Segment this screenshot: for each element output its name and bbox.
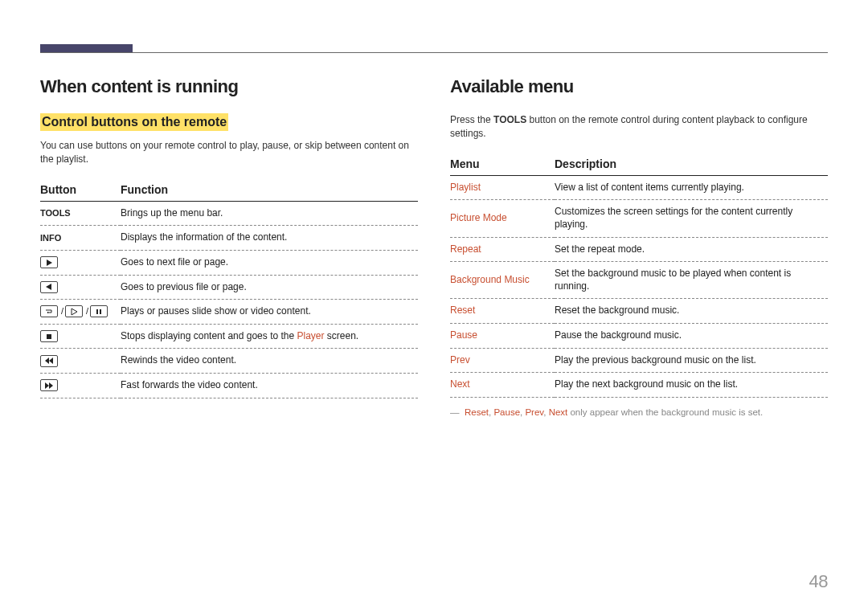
table-row: TOOLSBrings up the menu bar. [40, 201, 418, 226]
button-cell [40, 373, 121, 398]
stop-icon [40, 330, 58, 342]
right-intro: Press the TOOLS button on the remote con… [450, 113, 828, 141]
table-row: INFODisplays the information of the cont… [40, 226, 418, 251]
svg-marker-2 [72, 309, 77, 315]
note-reset: Reset [465, 407, 489, 417]
note-dash: ― [450, 406, 465, 419]
function-cell: Fast forwards the video content. [121, 373, 418, 398]
description-cell: Reset the background music. [555, 299, 828, 324]
menu-cell: Pause [450, 323, 555, 348]
description-cell: Pause the background music. [555, 323, 828, 348]
table-row: Goes to previous file or page. [40, 275, 418, 300]
description-cell: View a list of content items currently p… [555, 175, 828, 200]
menu-cell: Background Music [450, 262, 555, 299]
function-cell: Rewinds the video content. [121, 349, 418, 374]
description-cell: Set the background music to be played wh… [555, 262, 828, 299]
play-outline-icon [65, 305, 83, 317]
button-cell [40, 349, 121, 374]
th-menu: Menu [450, 153, 555, 176]
header-rule [40, 52, 828, 53]
table-row: Picture ModeCustomizes the screen settin… [450, 200, 828, 237]
table-row: Goes to next file or page. [40, 250, 418, 275]
th-function: Function [121, 178, 418, 202]
table-row: ResetReset the background music. [450, 299, 828, 324]
table-row: Fast forwards the video content. [40, 373, 418, 398]
table-row: //Plays or pauses slide show or video co… [40, 300, 418, 325]
table-row: Rewinds the video content. [40, 349, 418, 374]
right-heading: Available menu [450, 76, 828, 97]
left-heading: When content is running [40, 76, 418, 97]
menu-cell: Reset [450, 299, 555, 324]
header-accent-bar [40, 44, 133, 52]
right-column: Available menu Press the TOOLS button on… [450, 76, 828, 419]
svg-marker-1 [46, 284, 51, 290]
left-subheading: Control buttons on the remote [40, 113, 228, 131]
rev-solid-icon [40, 281, 58, 293]
function-cell: Stops displaying content and goes to the… [121, 324, 418, 349]
menu-cell: Next [450, 373, 555, 398]
footnote: ―Reset, Pause, Prev, Next only appear wh… [450, 406, 828, 419]
button-cell [40, 275, 121, 300]
ffwd-icon [40, 379, 58, 391]
button-cell: // [40, 300, 121, 325]
svg-marker-8 [45, 382, 49, 389]
svg-marker-9 [49, 382, 53, 389]
table-row: Stops displaying content and goes to the… [40, 324, 418, 349]
button-cell: TOOLS [40, 201, 121, 226]
svg-rect-5 [47, 334, 51, 339]
intro-bold: TOOLS [493, 114, 526, 125]
function-cell: Brings up the menu bar. [121, 201, 418, 226]
svg-rect-4 [100, 309, 101, 314]
menu-cell: Playlist [450, 175, 555, 200]
intro-before: Press the [450, 114, 493, 125]
note-rest: only appear when the background music is… [567, 407, 763, 417]
menu-cell: Picture Mode [450, 200, 555, 237]
svg-marker-7 [49, 358, 53, 364]
table-row: PausePause the background music. [450, 323, 828, 348]
table-row: PlaylistView a list of content items cur… [450, 175, 828, 200]
description-cell: Play the previous background music on th… [555, 348, 828, 373]
rewind-icon [40, 355, 58, 367]
description-cell: Set the repeat mode. [555, 237, 828, 262]
button-cell [40, 324, 121, 349]
left-column: When content is running Control buttons … [40, 76, 418, 419]
menu-cell: Prev [450, 348, 555, 373]
left-intro: You can use buttons on your remote contr… [40, 139, 418, 167]
note-pause: Pause [493, 407, 520, 417]
page-number: 48 [809, 571, 828, 592]
table-row: PrevPlay the previous background music o… [450, 348, 828, 373]
th-button: Button [40, 178, 121, 202]
description-cell: Play the next background music on the li… [555, 373, 828, 398]
svg-marker-0 [47, 260, 52, 266]
button-cell: INFO [40, 226, 121, 251]
note-next: Next [549, 407, 568, 417]
svg-rect-3 [96, 309, 98, 314]
note-prev: Prev [525, 407, 543, 417]
menu-cell: Repeat [450, 237, 555, 262]
description-cell: Customizes the screen settings for the c… [555, 200, 828, 237]
table-row: NextPlay the next background music on th… [450, 373, 828, 398]
function-cell: Displays the information of the content. [121, 226, 418, 251]
table-row: Background MusicSet the background music… [450, 262, 828, 299]
play-solid-icon [40, 256, 58, 268]
function-cell: Goes to previous file or page. [121, 275, 418, 300]
table-row: RepeatSet the repeat mode. [450, 237, 828, 262]
svg-marker-6 [45, 358, 49, 364]
button-function-table: Button Function TOOLSBrings up the menu … [40, 178, 418, 398]
pause-icon [90, 305, 108, 317]
menu-description-table: Menu Description PlaylistView a list of … [450, 153, 828, 398]
button-cell [40, 250, 121, 275]
function-cell: Goes to next file or page. [121, 250, 418, 275]
function-cell: Plays or pauses slide show or video cont… [121, 300, 418, 325]
enter-icon [40, 305, 58, 317]
th-description: Description [555, 153, 828, 176]
